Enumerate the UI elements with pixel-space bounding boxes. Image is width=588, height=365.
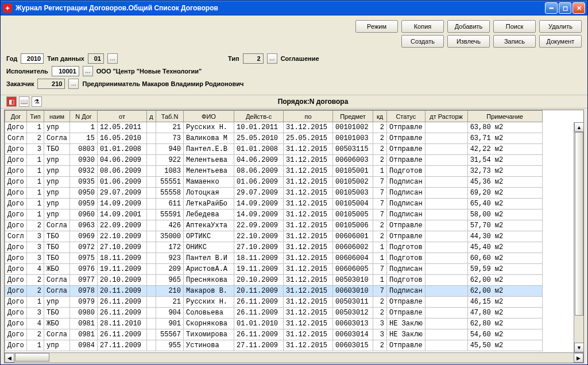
cell[interactable]: 922 [156, 155, 184, 166]
cell[interactable]: 45,36 м2 [467, 177, 542, 188]
table-row[interactable]: Дого3ТБО097518.11.2009923Пантел В.И18.11… [5, 253, 543, 264]
cell[interactable]: 62,80 м2 [467, 319, 542, 329]
cell[interactable]: 00105005 [333, 209, 373, 220]
cell[interactable]: 31.12.2015 [284, 242, 333, 253]
cell[interactable]: 1 [27, 188, 44, 199]
cell[interactable]: 08.06.2009 [98, 166, 147, 177]
cell[interactable]: Отправле [387, 155, 425, 166]
cell[interactable]: 00606001 [333, 231, 373, 242]
cell[interactable]: 00105006 [333, 220, 373, 231]
column-header[interactable]: Предмет [333, 111, 373, 122]
cell[interactable]: 426 [156, 220, 184, 231]
cell[interactable] [147, 199, 156, 209]
cell[interactable]: Дого [5, 308, 27, 319]
cell[interactable]: ЛеткаРайБо [184, 199, 234, 209]
scroll-up-icon[interactable]: ▲ [574, 122, 584, 132]
cell[interactable] [147, 144, 156, 155]
cell[interactable]: Подготов [387, 242, 425, 253]
table-row[interactable]: Дого1упр095029.07.200955558Лотоцкая29.07… [5, 188, 543, 199]
cell[interactable]: 16.05.2010 [98, 133, 147, 144]
cell[interactable]: 00101002 [333, 122, 373, 133]
cell[interactable]: 35000 [156, 231, 184, 242]
table-row[interactable]: Дого3ТБО080301.01.2008940Пантел.Е.В01.01… [5, 144, 543, 155]
cell[interactable]: 25.05.2015 [284, 133, 333, 144]
cell[interactable]: Пантел В.И [184, 253, 234, 264]
cell[interactable]: 20.11.2009 [234, 286, 284, 297]
cell[interactable]: 26.11.2009 [234, 297, 284, 308]
cell[interactable]: Дого [5, 144, 27, 155]
table-row[interactable]: Дого1упр093501.06.200955551Мамаенко01.06… [5, 177, 543, 188]
cell[interactable]: 2 [373, 133, 387, 144]
vertical-scrollbar[interactable]: ▲ ▼ [574, 122, 583, 352]
cell[interactable]: упр [44, 122, 70, 133]
cell[interactable] [425, 308, 467, 319]
cell[interactable]: НЕ Заклю [387, 329, 425, 340]
cell[interactable]: 7 [373, 199, 387, 209]
cell[interactable]: 14.09.2009 [98, 199, 147, 209]
cell[interactable]: 3 [27, 253, 44, 264]
cell[interactable]: 29.07.2009 [234, 188, 284, 199]
cell[interactable]: 0963 [70, 220, 98, 231]
cell[interactable]: 2 [373, 144, 387, 155]
cell[interactable]: 7 [373, 286, 387, 297]
cell[interactable]: 611 [156, 199, 184, 209]
cell[interactable]: 31.12.2015 [284, 220, 333, 231]
column-header[interactable]: д [147, 111, 156, 122]
cell[interactable]: 2 [27, 329, 44, 340]
executor-code-input[interactable] [52, 66, 79, 76]
cell[interactable]: 14.09.2009 [234, 209, 284, 220]
cell[interactable]: Валикова М [184, 133, 234, 144]
cell[interactable]: Дого [5, 253, 27, 264]
cell[interactable]: Отправле [387, 122, 425, 133]
column-header[interactable]: по [284, 111, 333, 122]
column-header[interactable]: Тип [27, 111, 44, 122]
cell[interactable]: 01.06.2009 [98, 177, 147, 188]
column-header[interactable]: кд [373, 111, 387, 122]
cell[interactable]: 0981 [70, 329, 98, 340]
cell[interactable]: ЖБО [44, 319, 70, 329]
cell[interactable]: НЕ Заклю [387, 319, 425, 329]
cell[interactable] [147, 308, 156, 319]
cell[interactable] [147, 209, 156, 220]
cell[interactable]: 28.11.2010 [98, 319, 147, 329]
cell[interactable]: 47,80 м2 [467, 308, 542, 319]
cell[interactable]: 00603014 [333, 329, 373, 340]
cell[interactable]: 22.10.2009 [98, 231, 147, 242]
column-header[interactable]: дт Расторж [425, 111, 467, 122]
cell[interactable]: 01.01.2008 [98, 144, 147, 155]
record-button[interactable]: Запись [493, 35, 536, 48]
cell[interactable]: Дого [5, 177, 27, 188]
cell[interactable]: АристовА.А [184, 264, 234, 275]
table-row[interactable]: Дого3ТБО098026.11.2009904Соловьева26.11.… [5, 308, 543, 319]
cell[interactable]: 7 [373, 177, 387, 188]
cell[interactable]: 2 [373, 308, 387, 319]
cell[interactable]: 0981 [70, 319, 98, 329]
cell[interactable]: 31.12.2015 [284, 319, 333, 329]
cell[interactable]: 31.12.2015 [284, 340, 333, 351]
cell[interactable]: 18.11.2009 [234, 253, 284, 264]
cell[interactable]: 27.10.2009 [98, 242, 147, 253]
cell[interactable]: 00606004 [333, 253, 373, 264]
cell[interactable]: ОРТИКС [184, 231, 234, 242]
cell[interactable]: Отправле [387, 308, 425, 319]
year-input[interactable] [21, 53, 44, 64]
cell[interactable]: 20.10.2009 [234, 275, 284, 286]
cell[interactable]: Отправле [387, 231, 425, 242]
cell[interactable]: 0803 [70, 144, 98, 155]
cell[interactable]: Отправле [387, 144, 425, 155]
cell[interactable]: 2 [373, 155, 387, 166]
cell[interactable]: 73 [156, 133, 184, 144]
cell[interactable]: 00503011 [333, 297, 373, 308]
cell[interactable]: 00503010 [333, 275, 373, 286]
cell[interactable]: 04.06.2009 [98, 155, 147, 166]
table-row[interactable]: Дого1упр096014.09.200155591Лебедева14.09… [5, 209, 543, 220]
cell[interactable]: Дого [5, 122, 27, 133]
cell[interactable]: 2 [27, 220, 44, 231]
cell[interactable]: 31.12.2015 [284, 275, 333, 286]
cell[interactable]: 46,15 м2 [467, 297, 542, 308]
cell[interactable]: Русских Н. [184, 122, 234, 133]
cell[interactable]: 3 [27, 308, 44, 319]
cell[interactable]: 1 [373, 242, 387, 253]
cell[interactable]: ОНИКС [184, 242, 234, 253]
cell[interactable]: Дого [5, 264, 27, 275]
